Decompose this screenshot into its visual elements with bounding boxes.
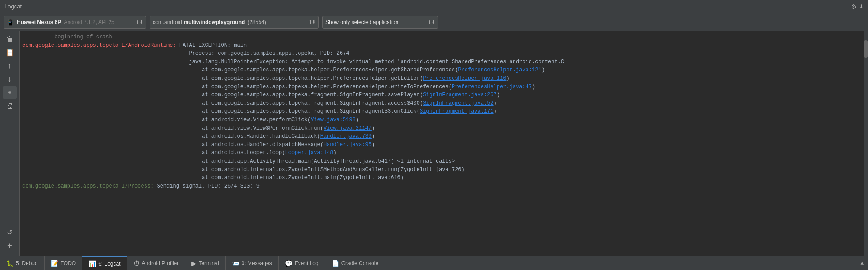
log-line-npe: java.lang.NullPointerException: Attempt … [22, 58, 861, 66]
package-dropdown-arrow: ⬆⬇ [305, 20, 316, 25]
log-line-3: at com.google.samples.apps.topeka.helper… [22, 83, 861, 91]
log-line-fatal: com.google.samples.apps.topeka E/Android… [22, 41, 861, 50]
link-handler-2[interactable]: Handler.java:95 [324, 142, 372, 148]
link-signin-3[interactable]: SignInFragment.java:171 [420, 108, 494, 115]
tab-logcat-label: 6: Logcat [98, 261, 120, 267]
scroll-to-end-button[interactable]: 📋 [3, 46, 17, 59]
filter-dropdown-arrow: ⬆⬇ [424, 20, 435, 25]
scrollbar-track[interactable] [864, 31, 868, 256]
tab-event-log-icon: 💬 [285, 260, 292, 267]
tab-todo-label: TODO [61, 260, 76, 266]
link-pref-1[interactable]: PreferencesHelper.java:121 [458, 67, 541, 73]
expand-tabs[interactable]: ▲ [856, 256, 868, 270]
device-name: Huawei Nexus 6P [17, 19, 61, 25]
tab-gradle-icon: 📄 [332, 260, 339, 267]
toolbar: 📱 Huawei Nexus 6P Android 7.1.2, API 25 … [0, 13, 868, 31]
tab-event-log[interactable]: 💬 Event Log [279, 256, 325, 270]
tab-profiler-icon: ⏱ [134, 260, 140, 267]
device-selector[interactable]: 📱 Huawei Nexus 6P Android 7.1.2, API 25 … [4, 16, 146, 29]
log-separator-line: --------- beginning of crash [22, 33, 861, 41]
bottom-tabs: 🐛 5: Debug 📝 TODO 📊 6: Logcat ⏱ Android … [0, 256, 868, 270]
package-selector[interactable]: com.android.multiwindowplayground (28554… [150, 16, 319, 29]
log-line-13: at com.android.internal.os.ZygoteInit$Me… [22, 166, 861, 174]
restart-button[interactable]: ↺ [3, 225, 17, 238]
device-icon: 📱 [7, 19, 14, 26]
log-line-12: at android.app.ActivityThread.main(Activ… [22, 157, 861, 166]
log-line-8: at android.view.View$PerformClick.run(Vi… [22, 124, 861, 133]
log-line-4: at com.google.samples.apps.topeka.fragme… [22, 91, 861, 99]
tab-terminal[interactable]: ▶ Terminal [185, 256, 225, 270]
device-api: Android 7.1.2, API 25 [64, 19, 114, 25]
tab-messages-label: 0: Messages [242, 260, 272, 266]
add-button[interactable]: + [3, 240, 17, 252]
log-line-11: at android.os.Looper.loop(Looper.java:14… [22, 149, 861, 157]
pid-label: (28554) [247, 19, 266, 25]
sidebar-separator [4, 115, 16, 115]
link-handler-1[interactable]: Handler.java:739 [320, 133, 372, 139]
print-button[interactable]: 🖨 [3, 100, 17, 112]
log-line-6: at com.google.samples.apps.topeka.fragme… [22, 107, 861, 116]
tab-logcat[interactable]: 📊 6: Logcat [82, 256, 127, 270]
tab-profiler-label: Android Profiler [142, 260, 179, 266]
log-line-1: at com.google.samples.apps.topeka.helper… [22, 66, 861, 74]
tab-logcat-icon: 📊 [89, 260, 96, 267]
log-line-7: at android.view.View.performClick(View.j… [22, 116, 861, 124]
link-view-2[interactable]: View.java:21147 [324, 125, 372, 131]
down-button[interactable]: ↓ [3, 73, 17, 86]
main-area: 🗑 📋 ↑ ↓ ⊞ 🖨 ↺ + --------- beginning of c… [0, 31, 868, 256]
log-area[interactable]: --------- beginning of crash com.google.… [20, 31, 864, 256]
tab-gradle-label: Gradle Console [341, 260, 378, 266]
log-line-9: at android.os.Handler.handleCallback(Han… [22, 132, 861, 141]
tab-terminal-icon: ▶ [191, 260, 196, 267]
collapse-icon[interactable]: ⬇ [859, 2, 864, 11]
log-line-10: at android.os.Handler.dispatchMessage(Ha… [22, 141, 861, 149]
link-pref-2[interactable]: PreferencesHelper.java:116 [423, 75, 506, 82]
scrollbar-thumb[interactable] [864, 40, 868, 58]
tab-debug-label: 5: Debug [16, 260, 38, 266]
link-looper[interactable]: Looper.java:148 [285, 150, 333, 156]
device-dropdown-arrow: ⬆⬇ [132, 20, 143, 25]
clear-logcat-button[interactable]: 🗑 [3, 33, 17, 45]
settings-icon[interactable]: ⚙ [852, 2, 856, 11]
log-line-14: at com.android.internal.os.ZygoteInit.ma… [22, 174, 861, 182]
package-name: com.android.multiwindowplayground [153, 19, 245, 25]
soft-wrap-button[interactable]: ⊞ [3, 86, 17, 99]
up-button[interactable]: ↑ [3, 60, 17, 72]
link-signin-1[interactable]: SignInFragment.java:267 [423, 92, 497, 98]
tab-event-log-label: Event Log [295, 260, 319, 266]
sidebar-bottom: ↺ + [3, 225, 17, 254]
tab-debug[interactable]: 🐛 5: Debug [0, 256, 45, 270]
sidebar: 🗑 📋 ↑ ↓ ⊞ 🖨 ↺ + [0, 31, 20, 256]
tab-gradle[interactable]: 📄 Gradle Console [325, 256, 385, 270]
tab-terminal-label: Terminal [199, 260, 219, 266]
window-title: Logcat [4, 3, 22, 10]
log-line-process: Process: com.google.samples.apps.topeka,… [22, 49, 861, 58]
log-tag-info: com.google.samples.apps.topeka I/Process… [22, 183, 157, 189]
tab-profiler[interactable]: ⏱ Android Profiler [127, 256, 186, 270]
log-line-2: at com.google.samples.apps.topeka.helper… [22, 74, 861, 83]
tab-messages-icon: 📨 [232, 260, 239, 267]
tab-debug-icon: 🐛 [6, 260, 14, 267]
filter-selector[interactable]: Show only selected application ⬆⬇ [322, 16, 438, 29]
log-line-5: at com.google.samples.apps.topeka.fragme… [22, 99, 861, 108]
log-tag-error: com.google.samples.apps.topeka E/Android… [22, 42, 179, 49]
filter-label: Show only selected application [325, 19, 398, 25]
tab-messages[interactable]: 📨 0: Messages [226, 256, 279, 270]
tab-todo-icon: 📝 [51, 260, 58, 267]
title-bar-actions: ⚙ ⬇ [852, 2, 864, 11]
log-line-signal: com.google.samples.apps.topeka I/Process… [22, 182, 861, 191]
link-view-1[interactable]: View.java:5198 [311, 117, 356, 123]
title-bar: Logcat ⚙ ⬇ [0, 0, 868, 13]
tab-todo[interactable]: 📝 TODO [45, 256, 82, 270]
link-signin-2[interactable]: SignInFragment.java:52 [423, 100, 493, 106]
link-pref-3[interactable]: PreferencesHelper.java:47 [452, 84, 532, 90]
